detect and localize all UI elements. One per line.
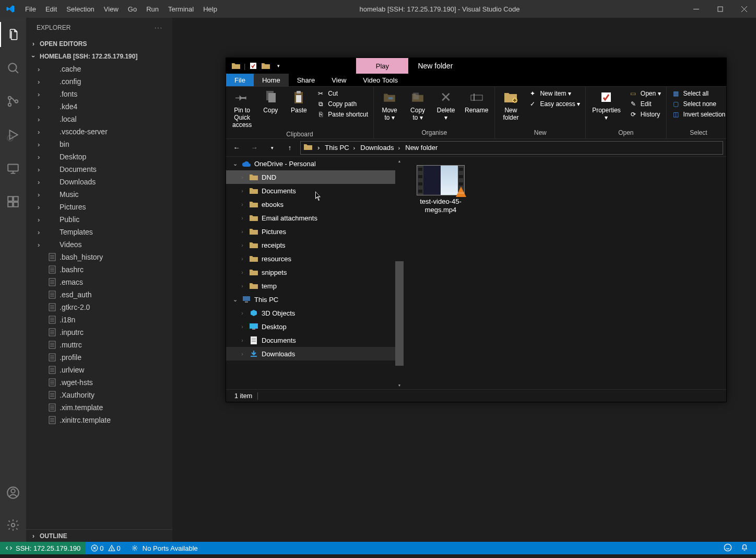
new-folder-button[interactable]: New folder bbox=[498, 88, 523, 122]
tree-item[interactable]: .esd_auth bbox=[26, 288, 172, 301]
nav-item[interactable]: ›3D Objects bbox=[226, 306, 404, 320]
invert-selection-button[interactable]: ◫Invert selection bbox=[670, 110, 728, 119]
scroll-down-icon[interactable]: ▼ bbox=[395, 381, 404, 389]
bell-icon[interactable] bbox=[740, 543, 749, 553]
ribbon-tab-home[interactable]: Home bbox=[254, 74, 289, 86]
tree-item[interactable]: .muttrc bbox=[26, 339, 172, 351]
explorer-view-icon[interactable] bbox=[0, 22, 26, 47]
scrollbar-thumb[interactable] bbox=[395, 261, 404, 366]
status-problems[interactable]: 0 0 bbox=[86, 544, 125, 552]
nav-item[interactable]: ›temp bbox=[226, 279, 404, 293]
ribbon-tab-share[interactable]: Share bbox=[289, 74, 324, 86]
tree-item[interactable]: ›Templates bbox=[26, 226, 172, 238]
properties-button[interactable]: Properties ▾ bbox=[589, 88, 624, 122]
tree-item[interactable]: ›.fonts bbox=[26, 88, 172, 100]
tree-item[interactable]: .xinitrc.template bbox=[26, 414, 172, 426]
folder-qat-icon[interactable] bbox=[261, 61, 270, 71]
nav-item[interactable]: ›resources bbox=[226, 252, 404, 265]
tree-item[interactable]: ›Documents bbox=[26, 163, 172, 176]
menu-run[interactable]: Run bbox=[142, 2, 163, 16]
nav-forward-button[interactable]: → bbox=[247, 141, 262, 155]
tree-item[interactable]: .xim.template bbox=[26, 401, 172, 414]
nav-up-button[interactable]: ↑ bbox=[282, 141, 297, 155]
accounts-icon[interactable] bbox=[0, 480, 26, 505]
tree-item[interactable]: .Xauthority bbox=[26, 389, 172, 401]
nav-item[interactable]: ›Documents bbox=[226, 333, 404, 347]
address-bar[interactable]: › This PC› Downloads› New folder bbox=[300, 141, 723, 155]
tree-item[interactable]: ›.cache bbox=[26, 63, 172, 75]
delete-button[interactable]: ✕Delete ▾ bbox=[433, 88, 458, 122]
tree-item[interactable]: ›Music bbox=[26, 188, 172, 201]
tree-item[interactable]: .i18n bbox=[26, 313, 172, 326]
nav-item[interactable]: ›snippets bbox=[226, 265, 404, 279]
ribbon-tab-view[interactable]: View bbox=[323, 74, 355, 86]
tree-item[interactable]: .bash_history bbox=[26, 251, 172, 263]
menu-edit[interactable]: Edit bbox=[41, 2, 61, 16]
close-button[interactable] bbox=[732, 0, 756, 18]
tree-item[interactable]: ›.kde4 bbox=[26, 100, 172, 113]
breadcrumb-new-folder[interactable]: New folder bbox=[405, 144, 438, 152]
breadcrumb-this-pc[interactable]: This PC› bbox=[325, 144, 355, 152]
nav-back-button[interactable]: ← bbox=[229, 141, 244, 155]
menu-help[interactable]: Help bbox=[199, 2, 221, 16]
copy-path-button[interactable]: ⧉Copy path bbox=[314, 99, 370, 109]
nav-item[interactable]: ›DND bbox=[226, 170, 404, 184]
ribbon-tab-video-tools[interactable]: Video Tools bbox=[355, 74, 406, 86]
tree-item[interactable]: ›Desktop bbox=[26, 150, 172, 163]
open-editors-section[interactable]: › OPEN EDITORS bbox=[26, 38, 172, 50]
content-pane[interactable]: test-video-45-megs.mp4 bbox=[404, 157, 726, 389]
nav-recent-dropdown[interactable]: ▾ bbox=[265, 141, 279, 155]
tree-item[interactable]: ›Downloads bbox=[26, 176, 172, 188]
nav-scrollbar[interactable]: ▲ ▼ bbox=[395, 157, 404, 389]
paste-shortcut-button[interactable]: ⎘Paste shortcut bbox=[314, 110, 370, 119]
copy-button[interactable]: Copy bbox=[258, 88, 283, 115]
file-item[interactable]: test-video-45-megs.mp4 bbox=[412, 165, 469, 214]
menu-view[interactable]: View bbox=[100, 2, 123, 16]
nav-item[interactable]: ⌄This PC bbox=[226, 293, 404, 306]
pin-to-quick-access-button[interactable]: Pin to Quick access bbox=[229, 88, 255, 130]
tree-item[interactable]: ›.local bbox=[26, 113, 172, 125]
nav-item[interactable]: ⌄OneDrive - Personal bbox=[226, 157, 404, 170]
extensions-icon[interactable] bbox=[0, 189, 26, 214]
nav-item[interactable]: ›Downloads bbox=[226, 347, 404, 361]
more-actions-icon[interactable]: ··· bbox=[155, 24, 163, 31]
move-to-button[interactable]: Move to ▾ bbox=[377, 88, 402, 122]
maximize-button[interactable] bbox=[708, 0, 732, 18]
qat-dropdown-icon[interactable]: ▾ bbox=[274, 61, 283, 71]
search-view-icon[interactable] bbox=[0, 55, 26, 80]
tree-item[interactable]: ›.config bbox=[26, 75, 172, 88]
settings-gear-icon[interactable] bbox=[0, 513, 26, 538]
select-all-button[interactable]: ▦Select all bbox=[670, 89, 728, 98]
tree-item[interactable]: .urlview bbox=[26, 364, 172, 376]
nav-item[interactable]: ›ebooks bbox=[226, 197, 404, 211]
properties-qat-icon[interactable] bbox=[249, 61, 258, 71]
nav-item[interactable]: ›Email attachments bbox=[226, 211, 404, 225]
menu-terminal[interactable]: Terminal bbox=[164, 2, 198, 16]
tree-item[interactable]: ›Pictures bbox=[26, 201, 172, 213]
menu-selection[interactable]: Selection bbox=[62, 2, 98, 16]
remote-explorer-icon[interactable] bbox=[0, 156, 26, 181]
menu-go[interactable]: Go bbox=[124, 2, 141, 16]
status-remote[interactable]: SSH: 172.25.179.190 bbox=[0, 542, 86, 554]
nav-item[interactable]: ›Desktop bbox=[226, 320, 404, 333]
feedback-icon[interactable] bbox=[724, 543, 732, 553]
media-context-tab[interactable]: Play bbox=[356, 58, 408, 74]
cut-button[interactable]: ✂Cut bbox=[314, 89, 370, 98]
breadcrumb-downloads[interactable]: Downloads› bbox=[360, 144, 400, 152]
nav-item[interactable]: ›Pictures bbox=[226, 225, 404, 238]
tree-item[interactable]: .wget-hsts bbox=[26, 376, 172, 389]
copy-to-button[interactable]: Copy to ▾ bbox=[405, 88, 430, 122]
tree-item[interactable]: .gtkrc-2.0 bbox=[26, 301, 172, 313]
workspace-section[interactable]: › HOMELAB [SSH: 172.25.179.190] bbox=[26, 50, 172, 63]
tree-item[interactable]: .bashrc bbox=[26, 263, 172, 276]
tree-item[interactable]: ›Videos bbox=[26, 238, 172, 251]
nav-item[interactable]: ›receipts bbox=[226, 238, 404, 252]
ribbon-tab-file[interactable]: File bbox=[226, 74, 254, 86]
minimize-button[interactable] bbox=[684, 0, 708, 18]
source-control-icon[interactable] bbox=[0, 89, 26, 114]
status-ports[interactable]: No Ports Available bbox=[126, 544, 203, 552]
run-debug-icon[interactable] bbox=[0, 122, 26, 147]
tree-item[interactable]: .inputrc bbox=[26, 326, 172, 339]
menu-file[interactable]: File bbox=[21, 2, 40, 16]
easy-access-button[interactable]: ✓Easy access ▾ bbox=[526, 99, 582, 109]
